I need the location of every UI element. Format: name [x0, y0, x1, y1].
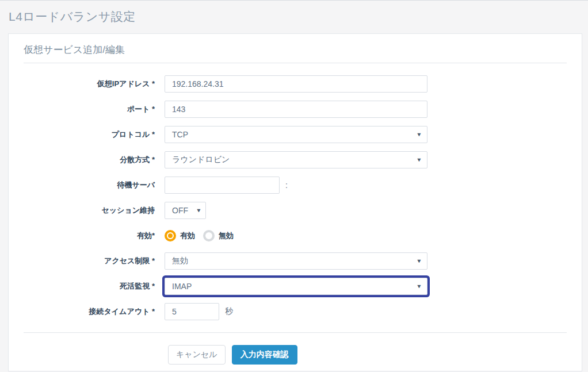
enabled-radio-group: 有効 無効: [165, 230, 242, 241]
vip-input[interactable]: [165, 75, 427, 93]
enabled-row: 有効* 有効 無効: [24, 227, 567, 244]
enabled-radio-off[interactable]: [203, 230, 215, 241]
page-title: L4ロードバランサ設定: [9, 9, 588, 25]
cancel-button[interactable]: キャンセル: [168, 345, 226, 365]
access-restriction-label: アクセス制限 *: [24, 256, 165, 266]
balance-method-label: 分散方式 *: [24, 155, 165, 165]
session-persistence-row: セッション維持 OFF ▼: [24, 202, 567, 219]
enabled-radio-on[interactable]: [165, 230, 176, 241]
confirm-button[interactable]: 入力内容確認: [232, 345, 297, 365]
chevron-down-icon: ▼: [416, 132, 422, 137]
balance-method-select[interactable]: ラウンドロビン ▼: [165, 151, 427, 168]
panel-divider: [24, 63, 567, 63]
access-restriction-row: アクセス制限 * 無効 ▼: [24, 252, 567, 270]
connect-timeout-unit: 秒: [225, 306, 233, 317]
connect-timeout-input[interactable]: [165, 303, 219, 320]
enabled-radio-off-label[interactable]: 無効: [219, 231, 234, 241]
port-label: ポート *: [24, 104, 165, 114]
standby-server-input[interactable]: [165, 177, 280, 194]
chevron-down-icon: ▼: [196, 208, 201, 213]
balance-method-row: 分散方式 * ラウンドロビン ▼: [24, 151, 567, 168]
port-row: ポート *: [24, 101, 567, 118]
access-restriction-select-value: 無効: [172, 256, 188, 266]
standby-server-row: 待機サーバ :: [24, 177, 567, 194]
virtual-service-form: 仮想IPアドレス * ポート * プロトコル * TCP ▼ 分散方式 * ラウ…: [24, 75, 567, 320]
balance-method-select-value: ラウンドロビン: [172, 155, 230, 165]
healthcheck-label: 死活監視 *: [24, 281, 165, 292]
session-persistence-label: セッション維持: [24, 205, 165, 216]
chevron-down-icon: ▼: [416, 157, 422, 163]
button-row: キャンセル 入力内容確認: [168, 345, 567, 365]
chevron-down-icon: ▼: [416, 283, 422, 289]
protocol-select-value: TCP: [172, 130, 188, 139]
virtual-service-panel: 仮想サービス追加/編集 仮想IPアドレス * ポート * プロトコル * TCP…: [8, 33, 582, 371]
vip-label: 仮想IPアドレス *: [24, 79, 165, 89]
standby-server-colon: :: [285, 181, 288, 190]
panel-title: 仮想サービス追加/編集: [24, 44, 567, 56]
connect-timeout-label: 接続タイムアウト *: [24, 306, 165, 317]
session-persistence-select[interactable]: OFF ▼: [165, 202, 206, 219]
enabled-label: 有効*: [24, 231, 165, 241]
connect-timeout-row: 接続タイムアウト * 秒: [24, 303, 567, 320]
session-persistence-select-value: OFF: [172, 206, 188, 215]
footer-divider: [24, 332, 567, 333]
protocol-label: プロトコル *: [24, 129, 165, 140]
protocol-select[interactable]: TCP ▼: [165, 126, 427, 143]
protocol-row: プロトコル * TCP ▼: [24, 126, 567, 143]
port-input[interactable]: [165, 101, 427, 118]
healthcheck-row: 死活監視 * IMAP ▼: [24, 278, 567, 295]
healthcheck-select-value: IMAP: [172, 282, 192, 291]
enabled-radio-on-label[interactable]: 有効: [180, 231, 195, 241]
standby-server-label: 待機サーバ: [24, 180, 165, 190]
access-restriction-select[interactable]: 無効 ▼: [165, 252, 427, 270]
healthcheck-select[interactable]: IMAP ▼: [165, 278, 427, 295]
vip-row: 仮想IPアドレス *: [24, 75, 567, 93]
chevron-down-icon: ▼: [416, 258, 422, 264]
